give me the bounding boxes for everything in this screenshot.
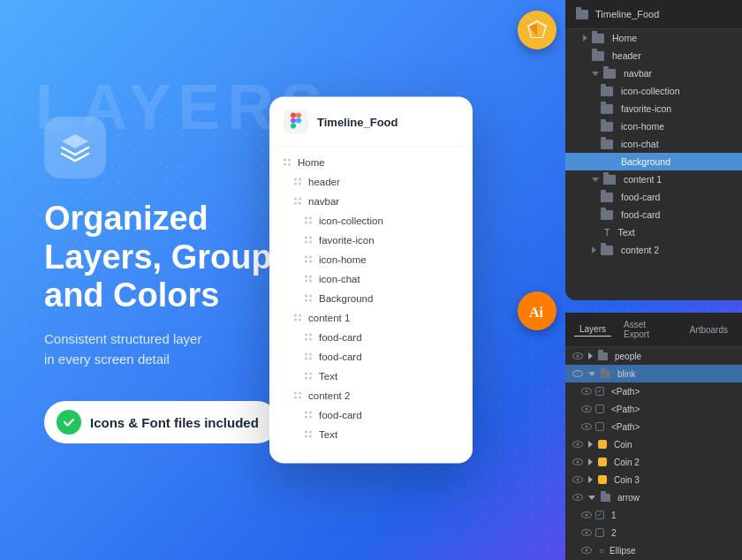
stack-icon	[57, 130, 93, 165]
svg-rect-2	[296, 113, 301, 118]
list-item: Coin 2	[565, 453, 742, 471]
list-item: <Path>	[565, 400, 742, 418]
svg-point-5	[296, 118, 301, 124]
list-item: food-card	[565, 206, 742, 223]
stack-icon-container	[44, 117, 106, 178]
list-item: Coin	[565, 435, 742, 453]
list-item: icon-chat	[565, 135, 742, 153]
list-item: 1	[565, 506, 742, 524]
svg-rect-0	[284, 110, 308, 134]
list-item: <Path>	[565, 382, 742, 400]
list-item: icon-home	[269, 250, 473, 269]
list-item: navbar	[269, 192, 473, 211]
list-item: icon-collection	[269, 211, 473, 231]
tab-asset-export[interactable]: Asset Export	[618, 318, 678, 341]
sketch-layers-panel: Timeline_Food Home header navbar icon-co…	[565, 0, 742, 300]
folder-icon	[576, 10, 588, 19]
list-item: T Text	[565, 223, 742, 241]
list-item: Text	[269, 425, 473, 444]
list-item: favorite-icon	[565, 100, 742, 117]
sketch-panel-header: Timeline_Food	[565, 0, 742, 29]
figma-card-title: Timeline_Food	[317, 115, 398, 128]
badge-label: Icons & Font files included	[90, 415, 259, 430]
list-item: 2	[565, 524, 742, 541]
list-item: <Path>	[565, 418, 742, 435]
tab-layers[interactable]: Layers	[574, 322, 611, 337]
list-item: ○ Ellipse	[565, 541, 742, 559]
list-item: Background	[565, 153, 742, 170]
list-item: Home	[269, 153, 473, 172]
badge-container: Icons & Font files included	[44, 401, 278, 443]
list-item: people	[565, 347, 742, 365]
list-item: icon-collection	[565, 82, 742, 100]
figma-layer-list: Home header navbar icon-collection favor…	[269, 148, 473, 450]
figma-layers-panel: Timeline_Food Home header navbar icon-co…	[269, 97, 473, 464]
list-item: content 1	[565, 170, 742, 188]
illustrator-logo: Ai	[518, 291, 556, 330]
svg-rect-4	[291, 124, 296, 129]
tab-artboards[interactable]: Artboards	[685, 323, 733, 337]
svg-rect-1	[291, 113, 296, 118]
list-item: Coin 3	[565, 471, 742, 488]
svg-rect-3	[291, 118, 296, 124]
sketch-layer-list: Home header navbar icon-collection favor…	[565, 29, 742, 259]
list-item: header	[269, 172, 473, 192]
svg-text:Ai: Ai	[529, 305, 544, 320]
illustrator-layers-panel: Layers Asset Export Artboards people bli…	[565, 313, 742, 560]
list-item: Home	[565, 29, 742, 47]
ai-panel-header: Layers Asset Export Artboards	[565, 313, 742, 347]
sketch-panel-title: Timeline_Food	[595, 9, 659, 19]
list-item: food-card	[269, 347, 473, 367]
list-item: icon-home	[565, 117, 742, 135]
check-icon	[57, 410, 81, 435]
list-item: arrow	[565, 488, 742, 506]
sketch-logo	[518, 11, 556, 49]
list-item: food-card	[565, 188, 742, 206]
list-item: content 2	[565, 241, 742, 259]
list-item: food-card	[269, 405, 473, 425]
list-item: food-card	[269, 328, 473, 347]
list-item: icon-chat	[269, 269, 473, 289]
list-item: blink	[565, 365, 742, 382]
figma-card-header: Timeline_Food	[269, 97, 473, 148]
list-item: favorite-icon	[269, 231, 473, 250]
figma-logo-icon	[284, 110, 308, 134]
list-item: Text	[269, 367, 473, 386]
ai-layer-list: people blink <Path> <Path> <Path>	[565, 347, 742, 560]
list-item: content 1	[269, 308, 473, 328]
list-item: Background	[269, 289, 473, 308]
list-item: content 2	[269, 386, 473, 405]
list-item: header	[565, 47, 742, 64]
list-item: navbar	[565, 64, 742, 82]
